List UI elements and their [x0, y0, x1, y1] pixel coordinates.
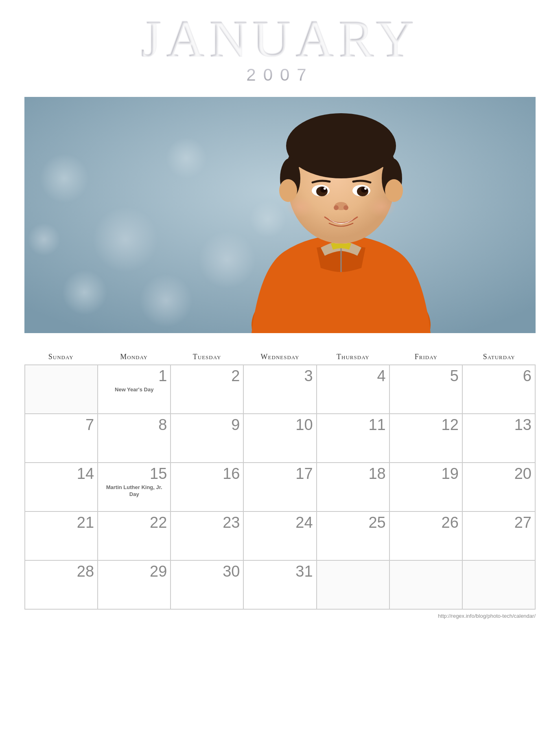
- svg-point-1: [40, 154, 89, 203]
- calendar-cell: [463, 561, 536, 610]
- calendar-cell: 25: [317, 512, 390, 561]
- cell-date-number: 22: [101, 514, 167, 531]
- calendar-cell: 27: [463, 512, 536, 561]
- calendar-cell: 14: [25, 463, 98, 512]
- cell-date-number: 15: [101, 465, 167, 483]
- calendar-cell: 20: [463, 463, 536, 512]
- cell-date-number: 29: [101, 563, 167, 580]
- day-header-monday: Monday: [97, 349, 170, 364]
- cell-date-number: 9: [174, 417, 240, 434]
- cell-date-number: 10: [247, 417, 313, 434]
- svg-point-22: [324, 187, 326, 190]
- calendar-cell: 11: [317, 414, 390, 463]
- calendar-cell: 18: [317, 463, 390, 512]
- footer-url: http://regex.info/blog/photo-tech/calend…: [24, 613, 536, 619]
- calendar-cell: 19: [390, 463, 463, 512]
- calendar-cell: [25, 365, 98, 414]
- day-header-wednesday: Wednesday: [243, 349, 316, 364]
- cell-date-number: 27: [466, 514, 532, 531]
- cell-date-number: 7: [28, 417, 94, 434]
- day-header-tuesday: Tuesday: [171, 349, 243, 364]
- calendar-cell: 9: [171, 414, 244, 463]
- cell-date-number: 4: [320, 368, 386, 385]
- cell-date-number: 6: [466, 368, 532, 385]
- cell-date-number: 2: [174, 368, 240, 385]
- cell-date-number: 21: [28, 514, 94, 531]
- calendar-cell: 1New Year's Day: [98, 365, 171, 414]
- cell-date-number: 3: [247, 368, 313, 385]
- cell-date-number: 17: [247, 465, 313, 483]
- calendar-cell: 29: [98, 561, 171, 610]
- calendar-cell: 15Martin Luther King, Jr. Day: [98, 463, 171, 512]
- calendar-section: SundayMondayTuesdayWednesdayThursdayFrid…: [24, 349, 536, 610]
- month-title: January: [141, 12, 419, 65]
- calendar-cell: 5: [390, 365, 463, 414]
- cell-date-number: 12: [393, 417, 459, 434]
- svg-point-4: [199, 231, 256, 288]
- day-header-friday: Friday: [389, 349, 462, 364]
- calendar-cell: 31: [244, 561, 317, 610]
- cell-date-number: 26: [393, 514, 459, 531]
- calendar-cell: 30: [171, 561, 244, 610]
- calendar-cell: 26: [390, 512, 463, 561]
- calendar-cell: 28: [25, 561, 98, 610]
- calendar-cell: 17: [244, 463, 317, 512]
- cell-date-number: 18: [320, 465, 386, 483]
- day-header-thursday: Thursday: [317, 349, 389, 364]
- cell-event-label: Martin Luther King, Jr. Day: [101, 484, 167, 498]
- cell-date-number: 23: [174, 514, 240, 531]
- calendar-cell: 13: [463, 414, 536, 463]
- cell-date-number: 16: [174, 465, 240, 483]
- svg-point-5: [62, 270, 107, 315]
- svg-point-29: [343, 205, 348, 210]
- cell-date-number: 14: [28, 465, 94, 483]
- photo-image: [24, 97, 536, 333]
- cell-date-number: 19: [393, 465, 459, 483]
- svg-point-2: [93, 207, 158, 272]
- svg-point-26: [364, 187, 367, 190]
- cell-event-label: New Year's Day: [101, 386, 167, 393]
- cell-date-number: 8: [101, 417, 167, 434]
- svg-point-7: [249, 201, 286, 237]
- photo-container: [24, 97, 536, 333]
- cell-date-number: 11: [320, 417, 386, 434]
- cell-date-number: 13: [466, 417, 532, 434]
- calendar-cell: 4: [317, 365, 390, 414]
- calendar-cell: 6: [463, 365, 536, 414]
- calendar-cell: 24: [244, 512, 317, 561]
- calendar-cell: 16: [171, 463, 244, 512]
- cell-date-number: 28: [28, 563, 94, 580]
- calendar-cell: 10: [244, 414, 317, 463]
- svg-point-8: [28, 223, 60, 256]
- cell-date-number: 25: [320, 514, 386, 531]
- svg-point-30: [286, 197, 315, 217]
- calendar-cell: [317, 561, 390, 610]
- day-headers: SundayMondayTuesdayWednesdayThursdayFrid…: [24, 349, 536, 364]
- svg-point-3: [166, 138, 207, 178]
- svg-point-28: [334, 205, 339, 210]
- year-title: 2007: [246, 65, 313, 85]
- svg-point-25: [361, 187, 368, 193]
- svg-point-6: [140, 274, 192, 327]
- svg-point-31: [368, 197, 396, 217]
- cell-date-number: 20: [466, 465, 532, 483]
- calendar-grid: 1New Year's Day23456789101112131415Marti…: [24, 364, 536, 610]
- calendar-cell: 3: [244, 365, 317, 414]
- cell-date-number: 30: [174, 563, 240, 580]
- calendar-cell: 12: [390, 414, 463, 463]
- calendar-cell: 22: [98, 512, 171, 561]
- day-header-saturday: Saturday: [463, 349, 536, 364]
- calendar-cell: [390, 561, 463, 610]
- cell-date-number: 5: [393, 368, 459, 385]
- calendar-cell: 8: [98, 414, 171, 463]
- day-header-sunday: Sunday: [24, 349, 97, 364]
- calendar-cell: 7: [25, 414, 98, 463]
- svg-point-21: [320, 187, 327, 193]
- cell-date-number: 31: [247, 563, 313, 580]
- calendar-cell: 21: [25, 512, 98, 561]
- cell-date-number: 1: [101, 368, 167, 385]
- calendar-cell: 23: [171, 512, 244, 561]
- calendar-cell: 2: [171, 365, 244, 414]
- cell-date-number: 24: [247, 514, 313, 531]
